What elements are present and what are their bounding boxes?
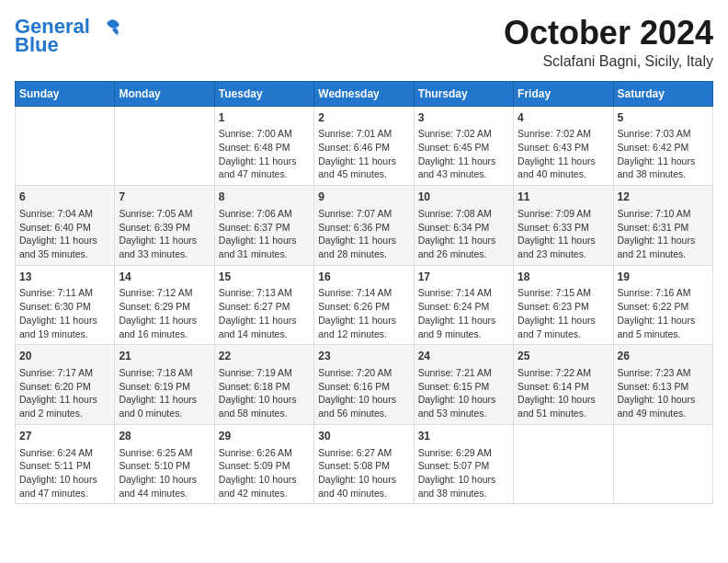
calendar-cell: [613, 424, 712, 504]
calendar-cell: 16Sunrise: 7:14 AM Sunset: 6:26 PM Dayli…: [314, 265, 414, 345]
calendar-week-row: 27Sunrise: 6:24 AM Sunset: 5:11 PM Dayli…: [16, 424, 713, 504]
day-number: 29: [219, 429, 310, 444]
day-content: Sunrise: 7:19 AM Sunset: 6:18 PM Dayligh…: [219, 366, 310, 420]
day-number: 1: [219, 110, 310, 126]
day-content: Sunrise: 7:10 AM Sunset: 6:31 PM Dayligh…: [618, 207, 709, 261]
day-number: 13: [19, 270, 110, 285]
calendar-cell: 30Sunrise: 6:27 AM Sunset: 5:08 PM Dayli…: [314, 424, 414, 504]
day-number: 30: [318, 429, 409, 444]
day-content: Sunrise: 7:04 AM Sunset: 6:40 PM Dayligh…: [19, 207, 110, 261]
day-number: 8: [219, 190, 310, 205]
weekday-header-wednesday: Wednesday: [314, 81, 414, 106]
day-number: 6: [19, 190, 110, 205]
calendar-cell: 25Sunrise: 7:22 AM Sunset: 6:14 PM Dayli…: [514, 345, 613, 425]
calendar-cell: 29Sunrise: 6:26 AM Sunset: 5:09 PM Dayli…: [214, 424, 313, 504]
day-content: Sunrise: 7:21 AM Sunset: 6:15 PM Dayligh…: [418, 366, 509, 420]
weekday-header-row: SundayMondayTuesdayWednesdayThursdayFrid…: [16, 81, 713, 106]
calendar-cell: 6Sunrise: 7:04 AM Sunset: 6:40 PM Daylig…: [16, 186, 115, 266]
calendar-cell: 7Sunrise: 7:05 AM Sunset: 6:39 PM Daylig…: [115, 186, 214, 266]
day-content: Sunrise: 7:20 AM Sunset: 6:16 PM Dayligh…: [318, 366, 409, 420]
calendar-cell: 14Sunrise: 7:12 AM Sunset: 6:29 PM Dayli…: [115, 265, 214, 345]
calendar-week-row: 1Sunrise: 7:00 AM Sunset: 6:48 PM Daylig…: [16, 106, 713, 186]
day-number: 26: [618, 349, 709, 364]
day-content: Sunrise: 7:17 AM Sunset: 6:20 PM Dayligh…: [19, 366, 110, 420]
day-number: 14: [119, 270, 210, 285]
day-number: 16: [318, 270, 409, 285]
weekday-header-tuesday: Tuesday: [214, 81, 313, 106]
calendar-cell: 2Sunrise: 7:01 AM Sunset: 6:46 PM Daylig…: [314, 106, 414, 186]
weekday-header-thursday: Thursday: [414, 81, 513, 106]
day-content: Sunrise: 6:24 AM Sunset: 5:11 PM Dayligh…: [19, 446, 110, 500]
day-number: 12: [618, 190, 709, 205]
day-content: Sunrise: 7:00 AM Sunset: 6:48 PM Dayligh…: [219, 127, 310, 181]
day-number: 18: [518, 270, 609, 285]
calendar-cell: 21Sunrise: 7:18 AM Sunset: 6:19 PM Dayli…: [115, 345, 214, 425]
day-content: Sunrise: 7:01 AM Sunset: 6:46 PM Dayligh…: [318, 127, 409, 181]
calendar-table: SundayMondayTuesdayWednesdayThursdayFrid…: [15, 81, 713, 505]
logo-bird-icon: [97, 18, 123, 37]
day-number: 9: [318, 190, 409, 205]
day-number: 23: [318, 349, 409, 364]
day-content: Sunrise: 7:07 AM Sunset: 6:36 PM Dayligh…: [318, 207, 409, 261]
calendar-cell: 5Sunrise: 7:03 AM Sunset: 6:42 PM Daylig…: [613, 106, 712, 186]
calendar-cell: 1Sunrise: 7:00 AM Sunset: 6:48 PM Daylig…: [214, 106, 313, 186]
logo-blue-text: Blue: [15, 35, 59, 55]
day-content: Sunrise: 7:14 AM Sunset: 6:24 PM Dayligh…: [418, 286, 509, 340]
calendar-cell: 4Sunrise: 7:02 AM Sunset: 6:43 PM Daylig…: [514, 106, 613, 186]
day-number: 28: [119, 429, 210, 444]
day-content: Sunrise: 6:25 AM Sunset: 5:10 PM Dayligh…: [119, 446, 210, 500]
calendar-cell: 11Sunrise: 7:09 AM Sunset: 6:33 PM Dayli…: [514, 186, 613, 266]
day-content: Sunrise: 7:16 AM Sunset: 6:22 PM Dayligh…: [618, 286, 709, 340]
day-content: Sunrise: 7:03 AM Sunset: 6:42 PM Dayligh…: [618, 127, 709, 181]
calendar-cell: 15Sunrise: 7:13 AM Sunset: 6:27 PM Dayli…: [214, 265, 313, 345]
day-content: Sunrise: 7:15 AM Sunset: 6:23 PM Dayligh…: [518, 286, 609, 340]
weekday-header-saturday: Saturday: [613, 81, 712, 106]
day-content: Sunrise: 7:12 AM Sunset: 6:29 PM Dayligh…: [119, 286, 210, 340]
day-number: 22: [219, 349, 310, 364]
day-number: 10: [418, 190, 509, 205]
day-number: 2: [318, 110, 409, 126]
day-number: 7: [119, 190, 210, 205]
day-number: 20: [19, 349, 110, 364]
day-content: Sunrise: 7:02 AM Sunset: 6:45 PM Dayligh…: [418, 127, 509, 181]
calendar-cell: 17Sunrise: 7:14 AM Sunset: 6:24 PM Dayli…: [414, 265, 513, 345]
calendar-cell: [16, 106, 115, 186]
weekday-header-monday: Monday: [115, 81, 214, 106]
calendar-cell: 8Sunrise: 7:06 AM Sunset: 6:37 PM Daylig…: [214, 186, 313, 266]
calendar-cell: 9Sunrise: 7:07 AM Sunset: 6:36 PM Daylig…: [314, 186, 414, 266]
calendar-cell: 27Sunrise: 6:24 AM Sunset: 5:11 PM Dayli…: [16, 424, 115, 504]
calendar-cell: 20Sunrise: 7:17 AM Sunset: 6:20 PM Dayli…: [16, 345, 115, 425]
calendar-week-row: 13Sunrise: 7:11 AM Sunset: 6:30 PM Dayli…: [16, 265, 713, 345]
day-number: 5: [618, 110, 709, 126]
calendar-cell: 10Sunrise: 7:08 AM Sunset: 6:34 PM Dayli…: [414, 186, 513, 266]
day-number: 15: [219, 270, 310, 285]
calendar-week-row: 6Sunrise: 7:04 AM Sunset: 6:40 PM Daylig…: [16, 186, 713, 266]
calendar-cell: 24Sunrise: 7:21 AM Sunset: 6:15 PM Dayli…: [414, 345, 513, 425]
location-title: Sclafani Bagni, Sicily, Italy: [504, 53, 713, 70]
day-number: 31: [418, 429, 509, 444]
calendar-cell: 31Sunrise: 6:29 AM Sunset: 5:07 PM Dayli…: [414, 424, 513, 504]
day-content: Sunrise: 7:09 AM Sunset: 6:33 PM Dayligh…: [518, 207, 609, 261]
day-number: 17: [418, 270, 509, 285]
day-content: Sunrise: 7:22 AM Sunset: 6:14 PM Dayligh…: [518, 366, 609, 420]
day-content: Sunrise: 6:27 AM Sunset: 5:08 PM Dayligh…: [318, 446, 409, 500]
calendar-cell: [514, 424, 613, 504]
calendar-cell: [115, 106, 214, 186]
calendar-cell: 23Sunrise: 7:20 AM Sunset: 6:16 PM Dayli…: [314, 345, 414, 425]
day-content: Sunrise: 7:06 AM Sunset: 6:37 PM Dayligh…: [219, 207, 310, 261]
calendar-cell: 22Sunrise: 7:19 AM Sunset: 6:18 PM Dayli…: [214, 345, 313, 425]
day-content: Sunrise: 7:11 AM Sunset: 6:30 PM Dayligh…: [19, 286, 110, 340]
calendar-cell: 3Sunrise: 7:02 AM Sunset: 6:45 PM Daylig…: [414, 106, 513, 186]
calendar-cell: 18Sunrise: 7:15 AM Sunset: 6:23 PM Dayli…: [514, 265, 613, 345]
day-content: Sunrise: 6:26 AM Sunset: 5:09 PM Dayligh…: [219, 446, 310, 500]
day-content: Sunrise: 7:14 AM Sunset: 6:26 PM Dayligh…: [318, 286, 409, 340]
day-content: Sunrise: 6:29 AM Sunset: 5:07 PM Dayligh…: [418, 446, 509, 500]
day-number: 27: [19, 429, 110, 444]
weekday-header-friday: Friday: [514, 81, 613, 106]
day-number: 21: [119, 349, 210, 364]
calendar-cell: 26Sunrise: 7:23 AM Sunset: 6:13 PM Dayli…: [613, 345, 712, 425]
day-content: Sunrise: 7:02 AM Sunset: 6:43 PM Dayligh…: [518, 127, 609, 181]
weekday-header-sunday: Sunday: [16, 81, 115, 106]
day-content: Sunrise: 7:08 AM Sunset: 6:34 PM Dayligh…: [418, 207, 509, 261]
day-content: Sunrise: 7:13 AM Sunset: 6:27 PM Dayligh…: [219, 286, 310, 340]
